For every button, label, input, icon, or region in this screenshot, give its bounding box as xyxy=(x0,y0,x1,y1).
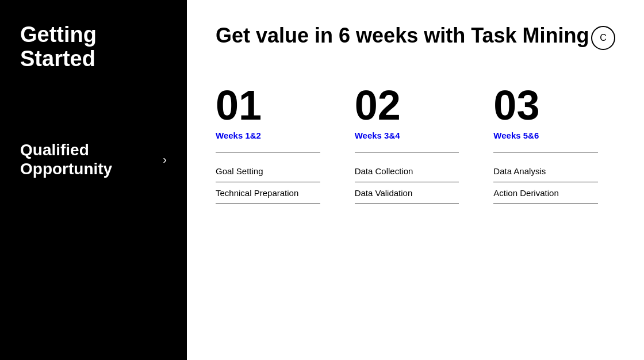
phase-3-number: 03 xyxy=(493,85,598,126)
phase-3-item-2: Action Derivation xyxy=(493,182,598,204)
sidebar-nav-item-qualified-opportunity[interactable]: Qualified Opportunity › xyxy=(20,140,167,179)
phase-2-item-1: Data Collection xyxy=(355,160,459,182)
sidebar-nav-arrow-icon: › xyxy=(163,153,167,166)
phase-1-divider xyxy=(216,152,320,152)
phase-2-item-2: Data Validation xyxy=(355,182,459,204)
phase-1-number: 01 xyxy=(216,85,320,126)
main-header: Get value in 6 weeks with Task Mining C xyxy=(216,23,615,50)
phase-3-item-1: Data Analysis xyxy=(493,160,598,182)
phase-1-item-2: Technical Preparation xyxy=(216,182,320,204)
sidebar-nav-label: Qualified Opportunity xyxy=(20,140,112,179)
phase-2-weeks: Weeks 3&4 xyxy=(355,131,459,140)
phase-2-divider xyxy=(355,152,459,152)
phase-1-column: 01 Weeks 1&2 Goal Setting Technical Prep… xyxy=(216,85,338,204)
sidebar-title: Getting Started xyxy=(20,23,167,71)
phase-3-column: 03 Weeks 5&6 Data Analysis Action Deriva… xyxy=(493,85,615,204)
phase-3-weeks: Weeks 5&6 xyxy=(493,131,598,140)
phases-container: 01 Weeks 1&2 Goal Setting Technical Prep… xyxy=(216,85,615,204)
main-content: Get value in 6 weeks with Task Mining C … xyxy=(187,0,644,360)
sidebar: Getting Started Qualified Opportunity › xyxy=(0,0,187,360)
phase-3-divider xyxy=(493,152,598,152)
phase-2-column: 02 Weeks 3&4 Data Collection Data Valida… xyxy=(355,85,477,204)
main-title: Get value in 6 weeks with Task Mining xyxy=(216,23,589,48)
help-button[interactable]: C xyxy=(591,26,615,50)
phase-2-number: 02 xyxy=(355,85,459,126)
phase-1-weeks: Weeks 1&2 xyxy=(216,131,320,140)
phase-1-item-1: Goal Setting xyxy=(216,160,320,182)
